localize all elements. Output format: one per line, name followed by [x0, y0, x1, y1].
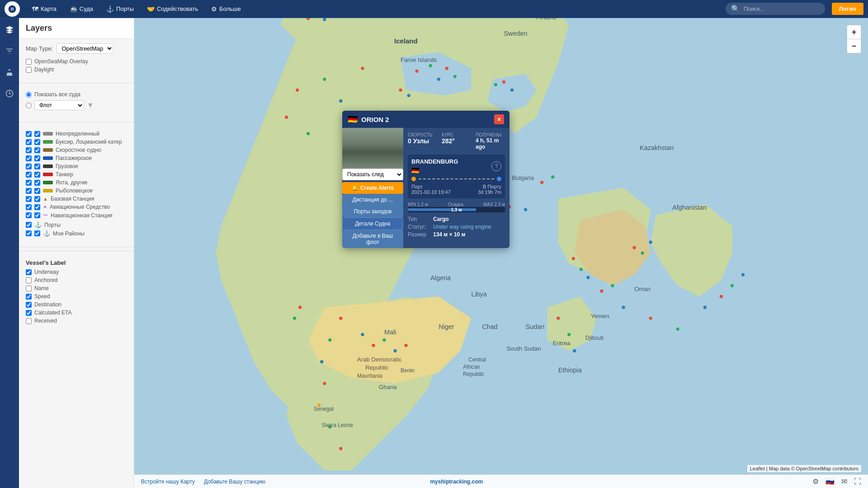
svg-point-52	[720, 295, 723, 298]
received-label: Получены	[476, 132, 505, 137]
help-button[interactable]: ?	[491, 161, 501, 171]
svg-point-44	[580, 267, 583, 271]
aviation-cb1[interactable]	[26, 204, 32, 210]
distance-button[interactable]: Дистанция до ...	[342, 194, 403, 206]
base-cb2[interactable]	[34, 196, 40, 202]
svg-text:African: African	[463, 364, 480, 370]
search-input[interactable]	[744, 5, 820, 12]
myareas-cb1[interactable]	[26, 230, 32, 236]
ports-cb1[interactable]	[26, 222, 32, 228]
svg-text:Eritrea: Eritrea	[553, 340, 571, 347]
draft-section: MIN 1.2 м Осадка MAX 2.3 м 1.3 м	[408, 202, 505, 212]
zoom-in-button[interactable]: +	[847, 25, 861, 39]
unknown-cb2[interactable]	[34, 131, 40, 137]
show-all-radio[interactable]	[26, 92, 32, 98]
nav-more[interactable]: ⚙ Больше	[206, 3, 246, 15]
nav-vessels[interactable]: 🚢 Суда	[64, 3, 99, 15]
highspeed-cb2[interactable]	[34, 147, 40, 153]
logo[interactable]	[5, 1, 20, 17]
aviation-icon: ✦	[43, 204, 47, 210]
aviation-cb2[interactable]	[34, 204, 40, 210]
popup-close-button[interactable]: ×	[494, 114, 504, 124]
layers-icon-btn[interactable]	[2, 23, 17, 37]
svg-text:Chad: Chad	[482, 323, 497, 330]
draft-minmax: MIN 1.2 м Осадка MAX 2.3 м	[408, 202, 505, 207]
label-name-cb[interactable]	[26, 286, 32, 291]
search-bar[interactable]: 🔍	[726, 3, 825, 15]
navstation-cb2[interactable]	[34, 212, 40, 218]
fleet-radio[interactable]	[26, 103, 32, 108]
myareas-cb2[interactable]	[34, 230, 40, 236]
cargo-cb2[interactable]	[34, 164, 40, 169]
label-destination-row: Destination	[26, 301, 127, 308]
svg-point-27	[524, 208, 527, 211]
svg-point-51	[703, 306, 707, 309]
nav-ports[interactable]: ⚓ Порты	[101, 3, 139, 15]
filter-icon-btn[interactable]	[2, 44, 17, 58]
history-icon-btn[interactable]	[2, 86, 17, 101]
stat-speed: Скорость 0 Узлы	[408, 132, 437, 150]
fullscreen-icon[interactable]: ⛶	[854, 478, 861, 486]
port-time: 2021-02-10 19:47	[411, 189, 451, 195]
tanker-cb2[interactable]	[34, 172, 40, 178]
svg-point-46	[600, 290, 603, 293]
create-alerts-button[interactable]: 🔔 Create Alerts	[342, 182, 403, 194]
add-to-fleet-button[interactable]: Добавьте в Ваш флот	[342, 230, 403, 248]
vessel-type-tanker: Танкер	[26, 171, 127, 178]
aviation-label: Авиационные Средство	[50, 204, 110, 210]
fishing-cb1[interactable]	[26, 188, 32, 194]
daylight-label: Daylight	[34, 66, 54, 73]
zoom-out-button[interactable]: −	[847, 39, 861, 53]
track-select[interactable]: Показать след 12 часов 24 часа 48 часов	[342, 169, 403, 180]
draft-bar: 1.3 м	[408, 207, 505, 212]
vessel-details-button[interactable]: Детали Судна	[342, 217, 403, 230]
svg-point-2	[296, 89, 299, 92]
passenger-cb1[interactable]	[26, 155, 32, 161]
login-button[interactable]: Логин	[832, 3, 863, 15]
base-cb1[interactable]	[26, 196, 32, 202]
highspeed-cb1[interactable]	[26, 147, 32, 153]
vessel-type-fishing: Рыболовецкое	[26, 188, 127, 194]
footer-embed-map[interactable]: Встройте нашу Карту	[141, 479, 195, 485]
map-type-select[interactable]: OpenStreetMap Satellite Nautical	[57, 43, 113, 54]
footer-add-station[interactable]: Добавьте Вашу станцию	[204, 479, 265, 485]
label-speed-cb[interactable]	[26, 294, 32, 300]
russia-flag[interactable]: 🇷🇺	[826, 477, 835, 486]
label-received-cb[interactable]	[26, 318, 32, 324]
cargo-label: Грузовое	[56, 163, 78, 169]
map-credit: Leaflet | Map data © OpenStreetMap contr…	[747, 465, 861, 472]
unknown-cb1[interactable]	[26, 131, 32, 137]
label-calc-eta-row: Calculated ETA	[26, 310, 127, 316]
label-calc-eta-cb[interactable]	[26, 310, 32, 316]
passenger-cb2[interactable]	[34, 155, 40, 161]
label-destination-cb[interactable]	[26, 302, 32, 308]
label-anchored-cb[interactable]	[26, 277, 32, 283]
nav-assist[interactable]: 🤝 Содействовать	[142, 3, 203, 15]
svg-point-55	[540, 181, 543, 184]
nav-map[interactable]: 🗺 Карта	[27, 3, 62, 15]
daylight-checkbox[interactable]	[26, 67, 32, 73]
svg-point-101	[298, 306, 302, 309]
tug-cb2[interactable]	[34, 139, 40, 145]
fleet-select[interactable]: Флот	[34, 100, 84, 110]
tug-color	[43, 140, 53, 144]
fishing-cb2[interactable]	[34, 188, 40, 194]
voyage-destination: BRANDENBURG	[411, 158, 458, 165]
other-cb2[interactable]	[34, 180, 40, 186]
map-area[interactable]: Iceland Faroe Islands Sweden Finland Bul…	[134, 18, 868, 488]
settings-icon[interactable]: ⚙	[812, 477, 819, 486]
navstation-cb1[interactable]	[26, 212, 32, 218]
tanker-cb1[interactable]	[26, 172, 32, 178]
other-cb1[interactable]	[26, 180, 32, 186]
email-icon[interactable]: ✉	[841, 477, 847, 486]
vessel-type-navstation: 〜 Навигационная Станция	[26, 212, 127, 219]
cargo-cb1[interactable]	[26, 164, 32, 169]
opensea-checkbox[interactable]	[26, 59, 32, 65]
size-value: 134 м × 10 м	[433, 231, 465, 238]
label-underway-cb[interactable]	[26, 269, 32, 275]
svg-point-28	[339, 317, 342, 320]
ship-icon-btn[interactable]	[2, 65, 17, 80]
port-calls-button[interactable]: Порты заходов	[342, 206, 403, 217]
vessel-type-passenger: Пассажирское	[26, 155, 127, 161]
tug-cb1[interactable]	[26, 139, 32, 145]
